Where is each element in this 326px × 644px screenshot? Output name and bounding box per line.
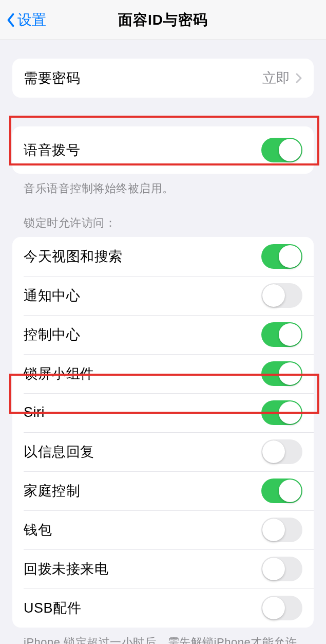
switch-access-item[interactable] xyxy=(261,283,302,308)
row-label: 语音拨号 xyxy=(24,141,80,159)
row-label: 通知中心 xyxy=(24,286,80,305)
switch-voice-dial[interactable] xyxy=(261,138,302,162)
row-right: 立即 xyxy=(262,69,302,87)
group-lock-access: 今天视图和搜索通知中心控制中心锁屏小组件Siri以信息回复家庭控制钱包回拨未接来… xyxy=(12,237,314,628)
row-label: 钱包 xyxy=(24,521,52,539)
page-title: 面容ID与密码 xyxy=(118,10,208,30)
row-voice-dial: 语音拨号 xyxy=(12,126,314,174)
navbar: 设置 面容ID与密码 xyxy=(0,0,326,40)
row-label: 锁屏小组件 xyxy=(24,364,94,383)
switch-access-item[interactable] xyxy=(261,361,302,386)
group-voice-dial: 语音拨号 xyxy=(12,126,314,174)
row-label: 控制中心 xyxy=(24,325,80,344)
chevron-right-icon xyxy=(295,72,302,84)
row-require-passcode[interactable]: 需要密码 立即 xyxy=(12,59,314,98)
row-access-item: USB配件 xyxy=(12,588,314,628)
switch-access-item[interactable] xyxy=(261,244,302,269)
chevron-left-icon xyxy=(5,11,16,29)
row-access-item: 回拨未接来电 xyxy=(12,549,314,588)
row-label: 家庭控制 xyxy=(24,482,80,500)
switch-access-item[interactable] xyxy=(261,400,302,425)
row-access-item: 家庭控制 xyxy=(12,471,314,510)
voice-dial-footer: 音乐语音控制将始终被启用。 xyxy=(12,174,314,197)
switch-access-item[interactable] xyxy=(261,322,302,347)
switch-access-item[interactable] xyxy=(261,557,302,581)
row-value: 立即 xyxy=(262,69,290,87)
row-access-item: 锁屏小组件 xyxy=(12,354,314,393)
back-button[interactable]: 设置 xyxy=(5,10,46,30)
row-access-item: Siri xyxy=(12,393,314,432)
row-access-item: 今天视图和搜索 xyxy=(12,237,314,276)
row-label: USB配件 xyxy=(24,599,81,617)
row-label: 需要密码 xyxy=(24,69,80,87)
row-access-item: 以信息回复 xyxy=(12,432,314,471)
access-header: 锁定时允许访问： xyxy=(12,197,314,231)
row-label: Siri xyxy=(24,404,45,420)
group-require-passcode: 需要密码 立即 xyxy=(12,59,314,98)
switch-access-item[interactable] xyxy=(261,518,302,542)
switch-access-item[interactable] xyxy=(261,439,302,464)
usb-footer: iPhone 锁定超过一小时后，需先解锁iPhone才能允许USB配件连接。 xyxy=(12,628,314,644)
row-access-item: 控制中心 xyxy=(12,315,314,354)
switch-access-item[interactable] xyxy=(261,596,302,620)
row-access-item: 钱包 xyxy=(12,510,314,549)
row-label: 以信息回复 xyxy=(24,443,94,461)
back-label: 设置 xyxy=(17,10,46,30)
row-label: 回拨未接来电 xyxy=(24,560,108,578)
switch-access-item[interactable] xyxy=(261,479,302,503)
row-access-item: 通知中心 xyxy=(12,276,314,315)
row-label: 今天视图和搜索 xyxy=(24,247,123,266)
